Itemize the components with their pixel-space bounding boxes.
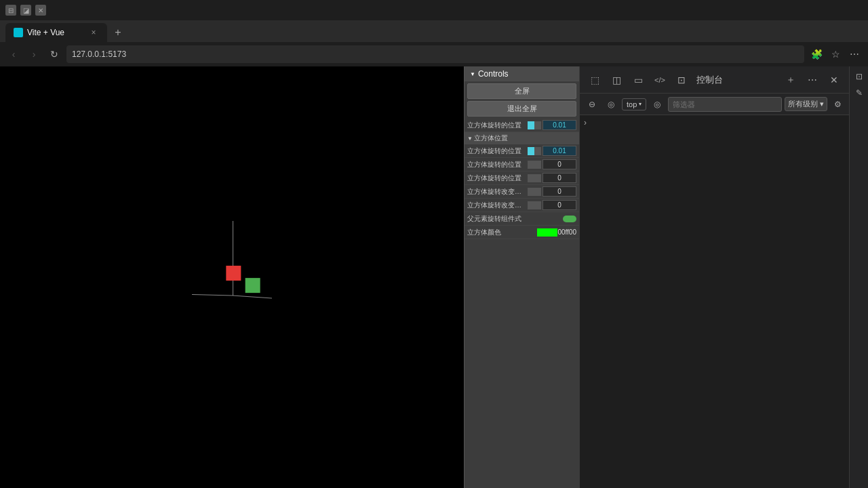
forward-button[interactable]: › xyxy=(26,46,42,62)
console-settings-button[interactable]: ⚙ xyxy=(830,97,845,112)
section-label: 立方体位置 xyxy=(474,134,508,143)
top-chevron-icon: ▾ xyxy=(639,101,642,107)
code-view-button[interactable]: </> xyxy=(650,70,669,89)
control-row-5: 立方体旋转改变触发事件 0 xyxy=(465,185,579,199)
device-toolbar-button[interactable]: ◫ xyxy=(607,70,626,89)
toggle-switch[interactable] xyxy=(563,216,576,222)
svg-rect-3 xyxy=(226,266,241,281)
toggle-row: 父元素旋转组件式 xyxy=(465,212,579,226)
clear-console-button[interactable]: ⊖ xyxy=(584,96,600,113)
ctrl-slider-5[interactable] xyxy=(528,188,541,196)
inspect-element-button[interactable]: ⬚ xyxy=(585,70,604,89)
navigation-bar: ‹ › ↻ 127.0.0.1:5173 🧩 ☆ ⋯ xyxy=(0,42,868,66)
ctrl-value-4[interactable]: 0 xyxy=(542,173,576,183)
console-content: › xyxy=(580,115,849,488)
browser-tab-active[interactable]: Vite + Vue × xyxy=(5,23,107,42)
controls-chevron-icon: ▼ xyxy=(470,71,475,77)
section-header-position[interactable]: ▼ 立方体位置 xyxy=(465,132,579,144)
console-button[interactable]: ⊡ xyxy=(672,70,691,89)
fullscreen-button[interactable]: 全屏 xyxy=(467,83,576,99)
ctrl-label-2: 立方体旋转的位置 xyxy=(467,146,528,156)
sys-icon-3[interactable]: ✕ xyxy=(35,5,46,16)
tab-favicon xyxy=(14,28,23,37)
favorites-button[interactable]: ☆ xyxy=(827,46,844,62)
tab-bar: Vite + Vue × + xyxy=(0,20,868,42)
sidebar-icon-styles[interactable]: ✎ xyxy=(852,85,867,100)
more-options-button[interactable]: ⋯ xyxy=(803,70,822,89)
color-row: 立方体颜色 00ff00 xyxy=(465,226,579,239)
browser-chrome: ⊟ ◪ ✕ Vite + Vue × + ‹ › ↻ 127.0.0.1:517… xyxy=(0,0,868,66)
address-bar[interactable]: 127.0.0.1:5173 xyxy=(66,45,804,63)
sys-icon-2[interactable]: ◪ xyxy=(20,5,31,16)
ctrl-label-4: 立方体旋转的位置 xyxy=(467,174,528,183)
title-bar-left: ⊟ ◪ ✕ xyxy=(5,5,46,16)
category-chevron-icon: ▾ xyxy=(820,100,824,108)
ctrl-slider-1[interactable] xyxy=(528,121,541,129)
svg-line-1 xyxy=(192,294,233,296)
ctrl-value-3[interactable]: 0 xyxy=(542,159,576,169)
section-chevron-icon: ▼ xyxy=(467,136,473,142)
controls-panel: ▼ Controls 全屏 退出全屏 立方体旋转的位置 0.01 ▼ 立方体位置… xyxy=(464,66,579,488)
devtools-toolbar: ⬚ ◫ ▭ </> ⊡ 控制台 ＋ ⋯ ✕ xyxy=(580,66,849,94)
nav-extras: 🧩 ☆ ⋯ xyxy=(808,46,863,62)
ctrl-value-1[interactable]: 0.01 xyxy=(542,120,576,130)
svg-line-2 xyxy=(233,296,272,298)
category-label: 所有级别 xyxy=(788,100,818,108)
expand-icon: › xyxy=(584,118,587,127)
color-label: 立方体颜色 xyxy=(467,228,537,237)
ctrl-label-6: 立方体旋转改变触发事件 xyxy=(467,201,528,210)
control-row-6: 立方体旋转改变触发事件 0 xyxy=(465,199,579,212)
more-button[interactable]: ⋯ xyxy=(846,46,863,62)
devtools-title: 控制台 xyxy=(696,74,723,86)
back-button[interactable]: ‹ xyxy=(5,46,22,62)
ctrl-value-6[interactable]: 0 xyxy=(542,200,576,210)
control-row-4: 立方体旋转的位置 0 xyxy=(465,171,579,185)
color-hex-text: 00ff00 xyxy=(557,228,576,236)
category-select[interactable]: 所有级别 ▾ xyxy=(785,97,827,111)
top-context-selector[interactable]: top ▾ xyxy=(622,98,646,110)
sidebar-icons: ⊡ ✎ xyxy=(849,66,868,488)
ctrl-value-5[interactable]: 0 xyxy=(542,186,576,197)
add-panel-button[interactable]: ＋ xyxy=(781,70,800,89)
ctrl-label-1: 立方体旋转的位置 xyxy=(467,121,528,130)
scene-svg xyxy=(0,66,464,414)
toggle-label: 父元素旋转组件式 xyxy=(467,214,563,224)
ctrl-value-2[interactable]: 0.01 xyxy=(542,146,576,156)
title-bar: ⊟ ◪ ✕ xyxy=(0,0,868,20)
filter-input[interactable] xyxy=(668,97,782,112)
exit-fullscreen-button[interactable]: 退出全屏 xyxy=(467,101,576,117)
devtools-panel: ⬚ ◫ ▭ </> ⊡ 控制台 ＋ ⋯ ✕ ⊖ ◎ top ▾ ◎ 所有级别 ▾ xyxy=(579,66,849,488)
devtools-subtoolbar: ⊖ ◎ top ▾ ◎ 所有级别 ▾ ⚙ xyxy=(580,94,849,115)
refresh-button[interactable]: ↻ xyxy=(46,46,62,62)
new-tab-button[interactable]: + xyxy=(108,23,127,42)
top-label: top xyxy=(627,100,637,108)
viewport xyxy=(0,66,464,488)
console-chevron-row[interactable]: › xyxy=(580,115,849,130)
svg-rect-4 xyxy=(245,278,260,293)
sys-icon-1[interactable]: ⊟ xyxy=(5,5,16,16)
control-row-3: 立方体旋转的位置 0 xyxy=(465,158,579,171)
extensions-button[interactable]: 🧩 xyxy=(808,46,825,62)
color-swatch[interactable] xyxy=(537,228,557,237)
ctrl-slider-3[interactable] xyxy=(528,161,541,169)
ctrl-label-3: 立方体旋转的位置 xyxy=(467,160,528,169)
controls-title: Controls xyxy=(478,69,509,79)
tab-title: Vite + Vue xyxy=(27,28,64,37)
realtime-button[interactable]: ◎ xyxy=(649,96,665,113)
sidebar-icon-inspect[interactable]: ⊡ xyxy=(852,69,867,84)
tab-close-button[interactable]: × xyxy=(88,27,99,38)
ctrl-slider-2[interactable] xyxy=(528,147,541,155)
system-icons: ⊟ ◪ ✕ xyxy=(5,5,46,16)
controls-header[interactable]: ▼ Controls xyxy=(465,66,579,81)
main-area: ▼ Controls 全屏 退出全屏 立方体旋转的位置 0.01 ▼ 立方体位置… xyxy=(0,66,868,488)
ctrl-slider-4[interactable] xyxy=(528,174,541,182)
ctrl-label-5: 立方体旋转改变触发事件 xyxy=(467,187,528,197)
control-row-2: 立方体旋转的位置 0.01 xyxy=(465,144,579,158)
ctrl-slider-6[interactable] xyxy=(528,201,541,209)
address-text: 127.0.0.1:5173 xyxy=(72,49,126,59)
responsive-button[interactable]: ▭ xyxy=(629,70,648,89)
filter-toggle-button[interactable]: ◎ xyxy=(603,96,619,113)
close-devtools-button[interactable]: ✕ xyxy=(825,70,844,89)
control-row-1: 立方体旋转的位置 0.01 xyxy=(465,119,579,132)
